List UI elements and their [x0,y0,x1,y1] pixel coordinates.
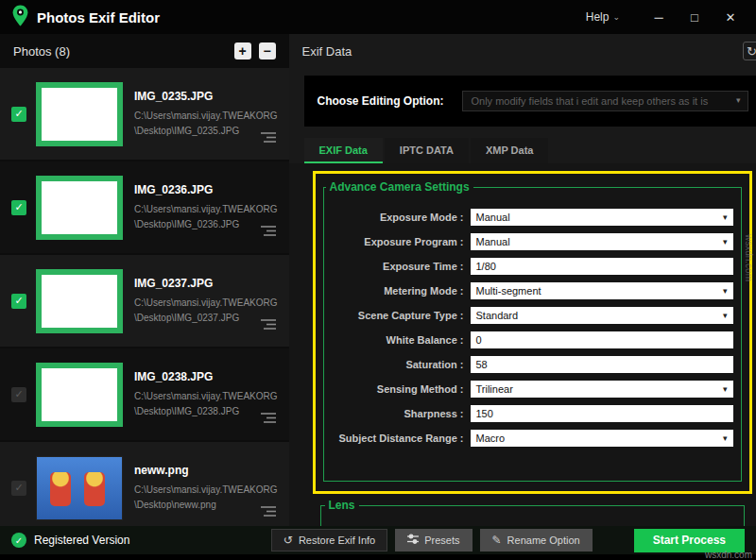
field-row-metering-mode: Metering Mode : Multi-segment ▾ [324,282,733,299]
titlebar: Photos Exif Editor Help ⌄ ─ □ ✕ [0,0,756,34]
photo-filename: neww.png [134,464,278,477]
list-item[interactable]: ✓ IMG_0238.JPG C:\Users\mansi.vijay.TWEA… [0,348,289,440]
section-title: Advance Camera Settings [326,180,473,194]
photo-thumbnail [36,82,123,146]
field-row-sensing-method: Sensing Method : Trilinear ▾ [324,381,733,398]
tab-exif-data[interactable]: EXIF Data [304,138,383,163]
lens-section-title: Lens [325,499,359,512]
exposure-time-input[interactable]: 1/80 ▾ [471,258,733,275]
exposure-program-select[interactable]: Manual ▾ [471,233,733,250]
photo-checkbox[interactable]: ✓ [11,200,26,215]
advance-camera-settings-group: Advance Camera Settings Exposure Mode : … [323,187,742,482]
list-item[interactable]: ✓ neww.png C:\Users\mansi.vijay.TWEAKORG… [0,442,289,526]
white-balance-input[interactable]: 0 ▾ [471,331,733,348]
list-item[interactable]: ✓ IMG_0235.JPG C:\Users\mansi.vijay.TWEA… [0,68,289,160]
tab-xmp-data[interactable]: XMP Data [471,138,549,163]
photo-filename: IMG_0237.JPG [134,277,278,290]
photo-path: C:\Users\mansi.vijay.TWEAKORG \Desktop\I… [134,109,278,138]
sharpness-input[interactable]: 150 ▾ [471,405,733,422]
field-row-saturation: Saturation : 58 ▾ [324,356,733,373]
editing-option-select[interactable]: Only modify fields that i edit and keep … [462,91,747,111]
field-label: Metering Mode : [324,285,464,297]
field-label: Exposure Time : [324,261,464,272]
field-label: Scene Capture Type : [324,310,464,321]
chevron-down-icon: ▾ [723,433,728,443]
restore-icon: ↺ [284,535,293,546]
subject-distance-range-select[interactable]: Macro ▾ [471,430,733,447]
photo-path: C:\Users\mansi.vijay.TWEAKORG \Desktop\n… [134,483,278,512]
field-row-subject-distance-range: Subject Distance Range : Macro ▾ [324,430,733,447]
photo-thumbnail [36,269,123,333]
photo-thumbnail [36,456,123,520]
chevron-down-icon: ▾ [723,212,728,222]
chevron-down-icon: ▾ [736,95,741,105]
item-menu-icon[interactable] [261,223,276,240]
add-photos-button[interactable]: + [234,42,251,59]
rename-option-button[interactable]: ✎ Rename Option [480,529,593,552]
chevron-down-icon: ▾ [723,237,728,246]
watermark: wsxdn.com [744,234,754,281]
start-process-button[interactable]: Start Process [634,529,745,552]
editing-option-label: Choose Editing Option: [318,94,444,108]
bottom-strip [0,554,756,560]
minimize-button[interactable]: ─ [644,6,673,28]
field-label: Subject Distance Range : [324,433,464,444]
chevron-down-icon: ▾ [723,311,728,320]
app-window: Photos Exif Editor Help ⌄ ─ □ ✕ Photos (… [0,0,756,560]
saturation-input[interactable]: 58 ▾ [471,356,733,373]
item-menu-icon[interactable] [261,410,276,427]
lens-group: Lens [320,505,745,526]
remove-photos-button[interactable]: − [259,42,276,59]
photo-checkbox[interactable]: ✓ [11,294,26,309]
item-menu-icon[interactable] [261,503,276,520]
close-button[interactable]: ✕ [716,6,745,28]
photo-path: C:\Users\mansi.vijay.TWEAKORG \Desktop\I… [134,202,278,231]
field-row-scene-capture-type: Scene Capture Type : Standard ▾ [324,307,733,324]
exif-data-title: Exif Data [302,44,352,59]
exposure-mode-select[interactable]: Manual ▾ [471,209,733,226]
exif-panel-header: Exif Data ↻ [289,34,756,68]
exif-panel: Exif Data ↻ Choose Editing Option: Only … [289,34,756,526]
photo-checkbox[interactable]: ✓ [11,107,26,122]
photo-thumbnail [36,176,123,240]
field-label: Sharpness : [324,408,464,419]
field-row-sharpness: Sharpness : 150 ▾ [324,405,733,422]
chevron-down-icon: ▾ [723,384,728,394]
photo-checkbox[interactable]: ✓ [11,387,26,402]
field-row-exposure-mode: Exposure Mode : Manual ▾ [324,209,733,226]
presets-button[interactable]: Presets [395,529,472,552]
list-item[interactable]: ✓ IMG_0236.JPG C:\Users\mansi.vijay.TWEA… [0,161,289,253]
photo-path: C:\Users\mansi.vijay.TWEAKORG \Desktop\I… [134,296,278,325]
exif-tabs: EXIF Data IPTC DATA XMP Data [304,138,756,163]
photo-list: ✓ IMG_0235.JPG C:\Users\mansi.vijay.TWEA… [0,68,289,526]
sensing-method-select[interactable]: Trilinear ▾ [471,381,733,398]
chevron-down-icon: ⌄ [612,12,620,22]
photo-checkbox[interactable]: ✓ [11,481,26,496]
chevron-down-icon: ▾ [723,286,728,296]
highlight-rectangle: Advance Camera Settings Exposure Mode : … [313,171,752,494]
field-label: Saturation : [324,359,464,370]
metering-mode-select[interactable]: Multi-segment ▾ [471,282,733,299]
app-title: Photos Exif Editor [37,9,160,25]
photos-panel: Photos (8) + − ✓ IMG_0235.JPG C:\Users\m… [0,34,289,526]
item-menu-icon[interactable] [261,316,276,333]
photo-thumbnail [36,363,123,427]
photo-filename: IMG_0235.JPG [134,90,278,103]
tab-iptc-data[interactable]: IPTC DATA [385,138,469,163]
refresh-icon[interactable]: ↻ [743,42,756,60]
photos-count-label: Photos (8) [13,44,70,59]
exif-content: Advance Camera Settings Exposure Mode : … [289,163,756,526]
list-item[interactable]: ✓ IMG_0237.JPG C:\Users\mansi.vijay.TWEA… [0,255,289,347]
help-menu[interactable]: Help ⌄ [586,10,620,24]
watermark: wsxdn.com [705,550,752,560]
restore-exif-info-button[interactable]: ↺ Restore Exif Info [271,529,387,552]
item-menu-icon[interactable] [261,129,276,146]
scene-capture-type-select[interactable]: Standard ▾ [471,307,733,324]
sliders-icon [407,534,419,547]
field-label: Exposure Mode : [324,212,464,223]
maximize-button[interactable]: □ [680,6,709,28]
field-label: Sensing Method : [324,383,464,395]
app-logo-pin-icon [11,4,29,31]
field-label: White Balance : [324,334,464,346]
footer-bar: ✓ Registered Version ↺ Restore Exif Info… [0,526,756,554]
